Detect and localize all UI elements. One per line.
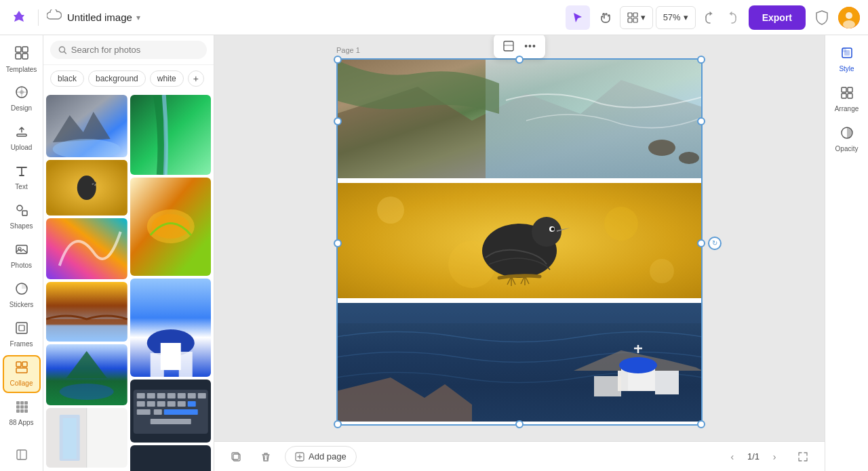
svg-point-48	[60, 384, 114, 400]
cloud-icon[interactable]	[47, 9, 62, 25]
svg-point-92	[648, 140, 675, 156]
sidebar-item-stickers[interactable]: Stickers	[3, 277, 41, 314]
sidebar-collapse-button[interactable]	[3, 444, 41, 466]
svg-rect-91	[486, 60, 701, 178]
svg-rect-79	[153, 409, 161, 415]
svg-rect-24	[16, 401, 20, 405]
handle-bottom-mid[interactable]	[515, 420, 524, 428]
collage-row-1-wrapper	[338, 60, 701, 183]
photo-thumb-keyboard[interactable]	[130, 380, 212, 443]
sidebar-item-upload[interactable]: Upload	[3, 119, 41, 157]
svg-point-95	[377, 197, 404, 224]
page-layout-button[interactable]	[499, 37, 518, 56]
search-box[interactable]	[50, 41, 207, 59]
fullscreen-button[interactable]	[792, 446, 814, 468]
sidebar-item-frames[interactable]: Frames	[3, 316, 41, 354]
sidebar: Templates Design Upload Text Shapes	[0, 35, 43, 471]
row2-handle-right[interactable]	[697, 239, 705, 247]
collage-row-2-wrapper: ↻	[338, 183, 701, 303]
canvas-content[interactable]: Page 1 •••	[214, 35, 825, 441]
photo-thumb-food[interactable]	[130, 178, 212, 276]
sidebar-item-design[interactable]: Design	[3, 80, 41, 118]
redo-button[interactable]	[722, 7, 743, 28]
tag-white[interactable]: white	[150, 70, 184, 87]
document-title-area[interactable]: Untitled image ▾	[67, 12, 140, 23]
handle-top-mid[interactable]	[515, 56, 524, 64]
svg-rect-75	[167, 401, 175, 407]
pointer-tool-button[interactable]	[566, 5, 590, 30]
handle-bottom-right[interactable]	[697, 420, 705, 428]
svg-rect-65	[136, 393, 144, 398]
handle-top-right[interactable]	[697, 56, 705, 64]
sidebar-item-collage[interactable]: Collage	[3, 355, 41, 393]
svg-point-14	[17, 205, 22, 211]
canvas-page: Page 1 •••	[336, 46, 703, 426]
photo-thumb-bridge[interactable]	[46, 282, 127, 342]
text-icon	[15, 164, 28, 181]
row2-handle-left[interactable]	[334, 239, 342, 247]
right-panel-style[interactable]: Style	[828, 41, 866, 78]
export-button[interactable]: Export	[749, 5, 806, 30]
photo-thumb-forest[interactable]	[130, 95, 212, 175]
right-panel-opacity[interactable]: Opacity	[828, 121, 866, 158]
tag-more-button[interactable]: +	[188, 70, 204, 87]
photos-label: Photos	[11, 262, 32, 270]
logo-icon[interactable]	[8, 7, 30, 28]
svg-point-97	[604, 207, 638, 241]
svg-rect-62	[178, 352, 192, 377]
zoom-button[interactable]: 57% ▾	[656, 6, 696, 29]
row1-handle-left[interactable]	[334, 117, 342, 125]
collage-row-1[interactable]	[338, 60, 701, 183]
collage-row-3-wrapper	[338, 303, 701, 424]
svg-point-6	[843, 20, 855, 28]
collage-container[interactable]: ↻	[336, 58, 703, 426]
rotate-handle[interactable]: ↻	[708, 237, 722, 250]
collage-icon	[15, 361, 28, 377]
add-page-button[interactable]: Add page	[285, 446, 357, 468]
view-button[interactable]: ▾	[620, 6, 653, 29]
svg-rect-71	[197, 393, 205, 398]
handle-bottom-left[interactable]	[334, 420, 342, 428]
tag-black[interactable]: black	[50, 70, 84, 87]
sidebar-item-shapes[interactable]: Shapes	[3, 198, 41, 236]
handle-top-left[interactable]	[334, 56, 342, 64]
svg-rect-29	[24, 405, 28, 409]
svg-rect-121	[848, 87, 852, 92]
delete-button[interactable]	[255, 446, 277, 468]
prev-page-button[interactable]: ‹	[723, 447, 742, 466]
photo-thumb-abstract[interactable]	[46, 218, 127, 279]
photo-thumb-lake[interactable]	[46, 344, 127, 405]
svg-rect-20	[19, 325, 24, 331]
sidebar-item-apps[interactable]: 88 Apps	[3, 394, 41, 432]
sidebar-bottom	[3, 444, 41, 466]
duplicate-button[interactable]	[225, 446, 247, 468]
svg-rect-31	[20, 409, 24, 413]
svg-rect-10	[22, 54, 28, 59]
collage-row-3[interactable]	[338, 303, 701, 424]
sidebar-item-templates[interactable]: Templates	[3, 41, 41, 79]
hand-tool-button[interactable]	[593, 5, 617, 30]
tag-background[interactable]: background	[88, 70, 146, 87]
sidebar-item-photos[interactable]: Photos	[3, 237, 41, 275]
svg-point-40	[77, 176, 96, 200]
page-more-button[interactable]: •••	[521, 37, 540, 56]
photo-thumb-bird[interactable]	[46, 160, 127, 216]
svg-rect-110	[655, 371, 679, 394]
photo-grid: subscribe ▶ subscribe	[43, 92, 214, 471]
photo-thumb-subscribe[interactable]: subscribe ▶ subscribe	[130, 445, 212, 471]
collage-row-2[interactable]	[338, 183, 701, 303]
photo-thumb-room[interactable]	[46, 408, 127, 468]
undo-button[interactable]	[698, 7, 720, 28]
sidebar-item-text[interactable]: Text	[3, 159, 41, 197]
photo-thumb-santorini[interactable]	[130, 279, 212, 377]
row1-handle-right[interactable]	[697, 117, 705, 125]
svg-rect-77	[187, 401, 195, 407]
next-page-button[interactable]: ›	[765, 447, 784, 466]
right-panel-arrange[interactable]: Arrange	[828, 81, 866, 118]
shield-icon[interactable]	[811, 7, 833, 28]
photo-thumb-mountain[interactable]	[46, 95, 127, 157]
avatar[interactable]	[838, 7, 860, 28]
svg-rect-74	[157, 401, 165, 407]
search-input[interactable]	[71, 45, 199, 55]
arrange-label: Arrange	[835, 105, 859, 112]
